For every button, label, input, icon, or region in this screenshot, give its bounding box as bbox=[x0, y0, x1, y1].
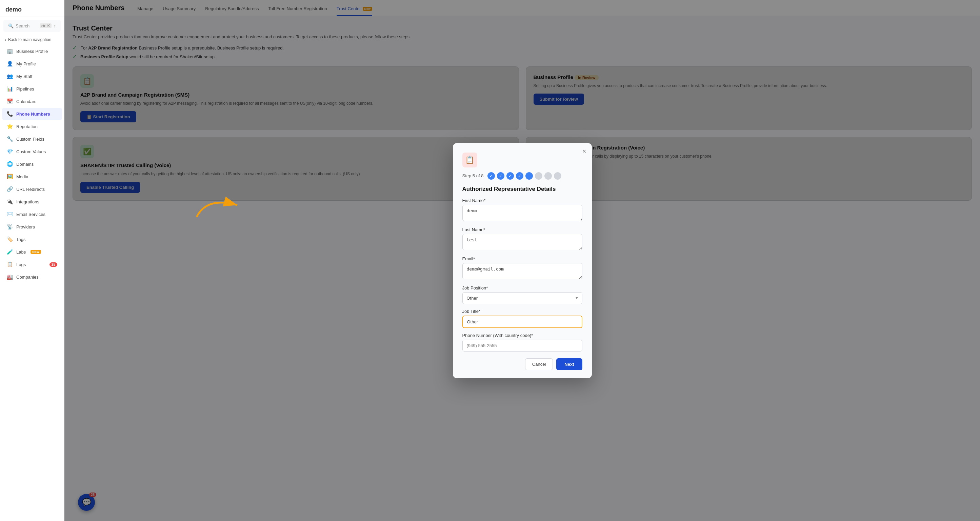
sidebar-item-domains[interactable]: 🌐Domains bbox=[2, 158, 62, 170]
step-dot-7 bbox=[544, 172, 552, 179]
sidebar-item-reputation[interactable]: ⭐Reputation bbox=[2, 120, 62, 133]
integrations-icon: 🔌 bbox=[7, 199, 13, 205]
sidebar-item-label-integrations: Integrations bbox=[16, 199, 39, 204]
sidebar-item-email-services[interactable]: ✉️Email Services bbox=[2, 208, 62, 220]
my-profile-icon: 👤 bbox=[7, 61, 13, 67]
sidebar-item-label-pipelines: Pipelines bbox=[16, 86, 34, 92]
sidebar-item-label-custom-fields: Custom Fields bbox=[16, 137, 45, 142]
sidebar-nav: 🏢Business Profile👤My Profile👥My Staff📊Pi… bbox=[0, 45, 64, 521]
search-arrow-icon: ↑ bbox=[54, 23, 56, 29]
job-position-label: Job Position* bbox=[462, 286, 582, 291]
sidebar-item-label-custom-values: Custom Values bbox=[16, 149, 46, 154]
sidebar-item-pipelines[interactable]: 📊Pipelines bbox=[2, 83, 62, 95]
tags-icon: 🏷️ bbox=[7, 236, 13, 242]
sidebar-item-label-phone-numbers: Phone Numbers bbox=[16, 111, 50, 117]
step-label: Step 5 of 8 bbox=[462, 173, 484, 178]
back-to-main-nav[interactable]: ‹ Back to main navigation bbox=[0, 35, 64, 45]
last-name-label: Last Name* bbox=[462, 227, 582, 232]
sidebar-item-my-profile[interactable]: 👤My Profile bbox=[2, 58, 62, 70]
last-name-input[interactable] bbox=[462, 234, 582, 250]
job-position-select-wrap: Other Director VP GM CEO CFO ▼ bbox=[462, 292, 582, 304]
sidebar-item-label-media: Media bbox=[16, 174, 28, 179]
sidebar-item-companies[interactable]: 🏭Companies bbox=[2, 271, 62, 283]
sidebar-item-label-logs: Logs bbox=[16, 262, 26, 267]
sidebar-item-label-reputation: Reputation bbox=[16, 124, 38, 129]
first-name-group: First Name* bbox=[462, 198, 582, 222]
sidebar-item-custom-fields[interactable]: 🔧Custom Fields bbox=[2, 133, 62, 145]
step-dot-1: ✓ bbox=[487, 172, 495, 179]
job-title-input[interactable] bbox=[462, 316, 582, 328]
sidebar-item-label-business-profile: Business Profile bbox=[16, 49, 48, 54]
companies-icon: 🏭 bbox=[7, 274, 13, 280]
arrow-annotation bbox=[193, 190, 247, 224]
sidebar-item-my-staff[interactable]: 👥My Staff bbox=[2, 70, 62, 83]
email-input[interactable] bbox=[462, 263, 582, 279]
custom-values-icon: 💎 bbox=[7, 148, 13, 154]
media-icon: 🖼️ bbox=[7, 173, 13, 179]
last-name-group: Last Name* bbox=[462, 227, 582, 251]
sidebar-item-label-domains: Domains bbox=[16, 162, 33, 167]
modal-overlay: × 📋 Step 5 of 8 ✓ ✓ ✓ ✓ Authorized Repre… bbox=[64, 0, 980, 521]
pipelines-icon: 📊 bbox=[7, 86, 13, 92]
business-profile-icon: 🏢 bbox=[7, 48, 13, 54]
back-label: Back to main navigation bbox=[8, 37, 51, 42]
step-dot-4: ✓ bbox=[516, 172, 523, 179]
sidebar-item-providers[interactable]: 📡Providers bbox=[2, 221, 62, 233]
email-services-icon: ✉️ bbox=[7, 211, 13, 217]
modal: × 📋 Step 5 of 8 ✓ ✓ ✓ ✓ Authorized Repre… bbox=[453, 143, 592, 378]
sidebar-item-label-email-services: Email Services bbox=[16, 212, 45, 217]
my-staff-icon: 👥 bbox=[7, 73, 13, 79]
step-dot-6 bbox=[535, 172, 542, 179]
sidebar-item-label-labs: Labs bbox=[16, 249, 26, 254]
job-title-group: Job Title* bbox=[462, 309, 582, 328]
step-dot-5 bbox=[525, 172, 533, 179]
sidebar-item-label-calendars: Calendars bbox=[16, 99, 36, 104]
sidebar-item-phone-numbers[interactable]: 📞Phone Numbers bbox=[2, 108, 62, 120]
sidebar-item-label-companies: Companies bbox=[16, 275, 39, 280]
job-position-group: Job Position* Other Director VP GM CEO C… bbox=[462, 286, 582, 304]
sidebar-item-business-profile[interactable]: 🏢Business Profile bbox=[2, 45, 62, 57]
modal-footer: Cancel Next bbox=[462, 358, 582, 370]
providers-icon: 📡 bbox=[7, 224, 13, 230]
email-group: Email* bbox=[462, 256, 582, 281]
sidebar: demo 🔍 Search ctrl K ↑ ‹ Back to main na… bbox=[0, 0, 64, 521]
email-label: Email* bbox=[462, 256, 582, 261]
modal-title: Authorized Representative Details bbox=[462, 186, 582, 192]
sidebar-item-integrations[interactable]: 🔌Integrations bbox=[2, 195, 62, 208]
domains-icon: 🌐 bbox=[7, 161, 13, 167]
sidebar-item-logs[interactable]: 📋Logs25 bbox=[2, 258, 62, 270]
job-position-select[interactable]: Other Director VP GM CEO CFO bbox=[462, 292, 582, 304]
logs-icon: 📋 bbox=[7, 261, 13, 267]
step-dot-2: ✓ bbox=[497, 172, 504, 179]
sidebar-item-url-redirects[interactable]: 🔗URL Redirects bbox=[2, 183, 62, 195]
search-button[interactable]: 🔍 Search ctrl K ↑ bbox=[3, 20, 60, 32]
labs-icon: 🧪 bbox=[7, 249, 13, 255]
modal-icon: 📋 bbox=[462, 152, 477, 167]
search-label: Search bbox=[16, 24, 30, 29]
sidebar-item-label-url-redirects: URL Redirects bbox=[16, 187, 45, 192]
step-dot-3: ✓ bbox=[506, 172, 514, 179]
calendars-icon: 📅 bbox=[7, 98, 13, 105]
sidebar-item-media[interactable]: 🖼️Media bbox=[2, 170, 62, 183]
sidebar-item-tags[interactable]: 🏷️Tags bbox=[2, 233, 62, 245]
phone-input[interactable] bbox=[462, 340, 582, 351]
badge-new: new bbox=[30, 250, 41, 254]
close-button[interactable]: × bbox=[582, 148, 587, 154]
chevron-left-icon: ‹ bbox=[5, 37, 6, 42]
sidebar-item-label-providers: Providers bbox=[16, 224, 35, 229]
cancel-button[interactable]: Cancel bbox=[525, 358, 553, 370]
sidebar-logo: demo bbox=[0, 0, 64, 17]
sidebar-item-calendars[interactable]: 📅Calendars bbox=[2, 95, 62, 108]
custom-fields-icon: 🔧 bbox=[7, 136, 13, 142]
first-name-input[interactable] bbox=[462, 205, 582, 221]
sidebar-item-label-my-staff: My Staff bbox=[16, 74, 32, 79]
search-shortcut: ctrl K bbox=[40, 24, 51, 28]
first-name-label: First Name* bbox=[462, 198, 582, 203]
sidebar-item-labs[interactable]: 🧪Labsnew bbox=[2, 246, 62, 258]
step-indicator: Step 5 of 8 ✓ ✓ ✓ ✓ bbox=[462, 172, 582, 179]
step-dot-8 bbox=[554, 172, 562, 179]
search-icon: 🔍 bbox=[8, 24, 14, 29]
url-redirects-icon: 🔗 bbox=[7, 186, 13, 192]
next-button[interactable]: Next bbox=[556, 358, 582, 370]
sidebar-item-custom-values[interactable]: 💎Custom Values bbox=[2, 145, 62, 157]
